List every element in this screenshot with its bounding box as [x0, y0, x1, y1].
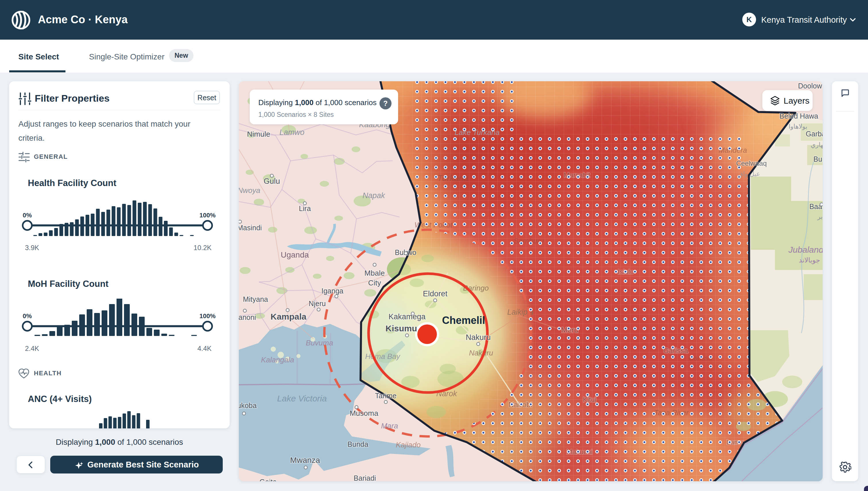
svg-text:ربهاري: ربهاري — [811, 141, 822, 148]
svg-text:100%: 100% — [200, 212, 215, 219]
svg-text:Mwanza: Mwanza — [290, 456, 320, 465]
svg-text:Nakuru: Nakuru — [466, 333, 490, 342]
svg-text:Buvuma: Buvuma — [306, 339, 333, 347]
svg-text:Mityana: Mityana — [243, 295, 268, 303]
svg-text:Kalangala: Kalangala — [261, 355, 294, 364]
svg-text:آردبر: آردبر — [817, 213, 822, 220]
svg-text:Bu: Bu — [813, 155, 822, 163]
svg-text:Napak: Napak — [362, 191, 386, 200]
svg-text:Kanoni: Kanoni — [239, 313, 256, 321]
svg-text:Uganda: Uganda — [281, 250, 309, 259]
svg-text:Tarime: Tarime — [375, 392, 396, 400]
svg-text:Chemelil: Chemelil — [442, 314, 485, 326]
svg-text:100%: 100% — [200, 312, 215, 320]
svg-text:عيل واق: عيل واق — [738, 170, 760, 177]
svg-text:Njeru: Njeru — [308, 299, 326, 308]
svg-text:Bariadi: Bariadi — [354, 474, 376, 481]
svg-text:4.4K: 4.4K — [198, 345, 212, 352]
svg-text:0%: 0% — [23, 212, 32, 219]
svg-text:جوبالاند: جوبالاند — [799, 256, 820, 264]
svg-text:Nwoya: Nwoya — [239, 186, 260, 195]
svg-text:Kisumu: Kisumu — [386, 324, 417, 333]
svg-text:Lira: Lira — [299, 204, 311, 212]
svg-text:City: City — [368, 279, 381, 287]
svg-text:بولاهاوا: بولاهاوا — [788, 123, 807, 130]
svg-text:Musoma: Musoma — [350, 409, 378, 417]
svg-text:Nakuru: Nakuru — [469, 349, 493, 357]
svg-text:Homa Bay: Homa Bay — [365, 352, 400, 360]
svg-text:Kampala: Kampala — [270, 312, 306, 321]
svg-text:Ceelwaaq: Ceelwaaq — [736, 160, 767, 167]
svg-text:Beled Hawa: Beled Hawa — [780, 112, 818, 120]
svg-text:0%: 0% — [23, 312, 32, 320]
svg-text:Masindi: Masindi — [239, 224, 262, 232]
svg-text:3.9K: 3.9K — [25, 244, 39, 252]
svg-text:Kakamega: Kakamega — [388, 312, 426, 321]
svg-text:Lake Victoria: Lake Victoria — [277, 394, 327, 403]
svg-text:Nimule: Nimule — [247, 130, 270, 138]
svg-text:Mara: Mara — [381, 422, 398, 430]
svg-text:Jubaland: Jubaland — [788, 245, 822, 254]
svg-text:Mbale: Mbale — [364, 269, 385, 278]
svg-text:Geita: Geita — [260, 478, 277, 481]
svg-text:Doolow: Doolow — [798, 82, 822, 90]
svg-text:10.2K: 10.2K — [193, 244, 212, 252]
svg-text:Lamwo: Lamwo — [279, 128, 304, 137]
svg-text:Iganga: Iganga — [322, 287, 343, 295]
svg-text:Garbahaarey: Garbahaarey — [806, 130, 822, 138]
svg-text:2.4K: 2.4K — [25, 345, 39, 352]
svg-text:Eldoret: Eldoret — [423, 289, 448, 298]
svg-text:Gulu: Gulu — [264, 177, 280, 185]
svg-text:Bunda: Bunda — [348, 440, 368, 448]
svg-text:ukoba: ukoba — [239, 401, 257, 409]
svg-text:Kajiado: Kajiado — [396, 440, 421, 449]
